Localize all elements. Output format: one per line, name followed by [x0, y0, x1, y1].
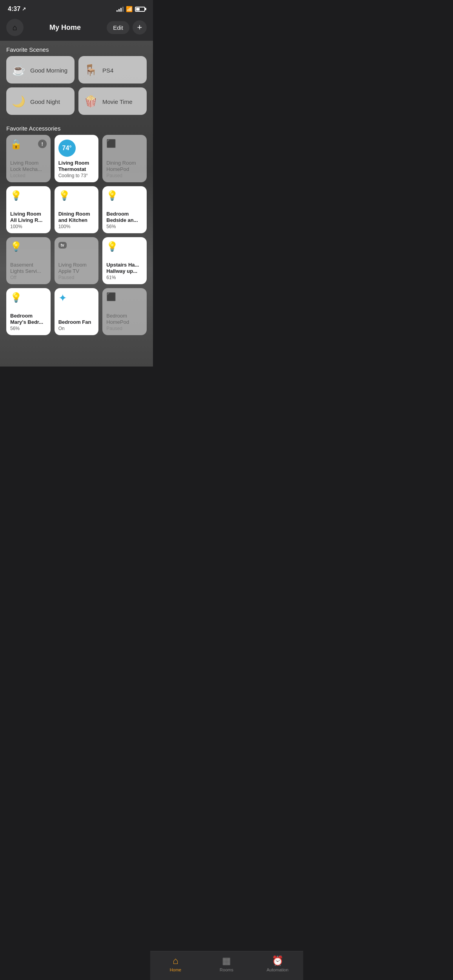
bedroom-fan-name: Bedroom Fan: [58, 319, 95, 325]
signal-icon: [116, 7, 124, 12]
edit-button[interactable]: Edit: [107, 21, 129, 34]
basement-lights-name: Basement Lights Servi...: [10, 262, 47, 274]
bedroom-light-name: Bedroom Mary's Bedr...: [10, 313, 47, 325]
appletv-status: Paused: [58, 275, 95, 280]
appletv-icon: tv: [58, 242, 67, 249]
bulb-yellow-icon-2: 💡: [58, 191, 70, 200]
good-morning-label: Good Morning: [30, 67, 67, 74]
bedroom-bedside-name: Bedroom Bedside an...: [106, 211, 143, 223]
homepod-icon-2: ⬛: [106, 293, 116, 301]
good-night-label: Good Night: [30, 98, 60, 105]
thermostat-status: Cooling to 73°: [58, 173, 95, 178]
good-morning-icon: ☕: [12, 65, 25, 76]
acc-appletv[interactable]: tv Living Room Apple TV Paused: [55, 237, 99, 284]
bulb-yellow-icon-4: 💡: [106, 242, 118, 251]
dining-kitchen-status: 100%: [58, 224, 95, 229]
home-icon: ⌂: [13, 23, 17, 32]
acc-bedroom-light[interactable]: 💡 Bedroom Mary's Bedr... 56%: [6, 288, 51, 335]
scene-movie-time[interactable]: 🍿 Movie Time: [78, 87, 147, 115]
lock-status: Locked: [10, 173, 47, 178]
thermostat-temp: 74°: [62, 145, 72, 152]
ps4-icon: 🪑: [84, 65, 98, 76]
movie-time-icon: 🍿: [84, 96, 98, 107]
acc-living-room-lock[interactable]: 🔒 ! Living Room Lock Mecha... Locked: [6, 135, 51, 182]
home-button[interactable]: ⌂: [6, 19, 24, 36]
acc-bedroom-fan[interactable]: ✦ Bedroom Fan On: [55, 288, 99, 335]
scene-ps4[interactable]: 🪑 PS4: [78, 56, 147, 83]
dining-homepod-name: Dining Room HomePod: [106, 160, 143, 172]
bulb-yellow-icon-3: 💡: [106, 191, 118, 200]
thermostat-badge: 74°: [58, 140, 76, 157]
accessories-grid: 🔒 ! Living Room Lock Mecha... Locked 74°…: [6, 135, 147, 335]
lock-icon: 🔒: [10, 140, 22, 149]
acc-upstairs-hallway[interactable]: 💡 Upstairs Ha... Hallway up... 61%: [102, 237, 147, 284]
acc-basement-lights[interactable]: 💡 Basement Lights Servi... Off: [6, 237, 51, 284]
bedroom-homepod-name: Bedroom HomePod: [106, 313, 143, 325]
wifi-icon: 📶: [126, 6, 133, 12]
add-button[interactable]: +: [133, 20, 147, 34]
upstairs-hallway-name: Upstairs Ha... Hallway up...: [106, 262, 143, 274]
bulb-yellow-icon-5: 💡: [10, 293, 22, 302]
alert-icon: !: [38, 140, 47, 148]
acc-bedroom-homepod[interactable]: ⬛ Bedroom HomePod Paused: [102, 288, 147, 335]
status-icons: 📶: [116, 6, 145, 12]
dining-kitchen-name: Dining Room and Kitchen: [58, 211, 95, 223]
bulb-gray-icon: 💡: [10, 242, 22, 251]
lock-name: Living Room Lock Mecha...: [10, 160, 47, 172]
scenes-grid: ☕ Good Morning 🪑 PS4 🌙 Good Night 🍿 Movi…: [0, 56, 153, 120]
thermostat-name: Living Room Thermostat: [58, 160, 95, 172]
bedroom-homepod-status: Paused: [106, 326, 143, 331]
scene-good-morning[interactable]: ☕ Good Morning: [6, 56, 75, 83]
bedroom-fan-status: On: [58, 326, 95, 331]
acc-dining-homepod[interactable]: ⬛ Dining Room HomePod Paused: [102, 135, 147, 182]
accessories-section: 🔒 ! Living Room Lock Mecha... Locked 74°…: [0, 135, 153, 367]
basement-lights-status: Off: [10, 275, 47, 280]
dining-homepod-status: Paused: [106, 173, 143, 178]
acc-living-room-lights[interactable]: 💡 Living Room All Living R... 100%: [6, 186, 51, 233]
homepod-icon: ⬛: [106, 140, 116, 147]
movie-time-label: Movie Time: [102, 98, 133, 105]
ps4-label: PS4: [102, 67, 113, 74]
acc-bedroom-bedside[interactable]: 💡 Bedroom Bedside an... 56%: [102, 186, 147, 233]
battery-icon: [135, 7, 145, 12]
location-icon: ↗: [22, 6, 26, 12]
fan-icon: ✦: [58, 293, 67, 303]
nav-bar: ⌂ My Home Edit +: [0, 16, 153, 41]
acc-thermostat[interactable]: 74° Living Room Thermostat Cooling to 73…: [55, 135, 99, 182]
accessories-section-label: Favorite Accessories: [0, 120, 153, 135]
good-night-icon: 🌙: [12, 96, 25, 107]
hero-background: Favorite Scenes ☕ Good Morning 🪑 PS4 🌙 G…: [0, 41, 153, 367]
status-time: 4:37 ↗: [8, 5, 26, 13]
status-bar: 4:37 ↗ 📶: [0, 0, 153, 16]
time-display: 4:37: [8, 5, 20, 13]
nav-actions: Edit +: [107, 20, 147, 34]
upstairs-hallway-status: 61%: [106, 275, 143, 280]
bulb-yellow-icon: 💡: [10, 191, 22, 200]
bedroom-light-status: 56%: [10, 326, 47, 331]
living-lights-status: 100%: [10, 224, 47, 229]
bedroom-bedside-status: 56%: [106, 224, 143, 229]
scene-good-night[interactable]: 🌙 Good Night: [6, 87, 75, 115]
nav-title: My Home: [49, 24, 81, 32]
scenes-section-label: Favorite Scenes: [0, 41, 153, 56]
appletv-name: Living Room Apple TV: [58, 262, 95, 274]
living-lights-name: Living Room All Living R...: [10, 211, 47, 223]
acc-dining-kitchen[interactable]: 💡 Dining Room and Kitchen 100%: [55, 186, 99, 233]
